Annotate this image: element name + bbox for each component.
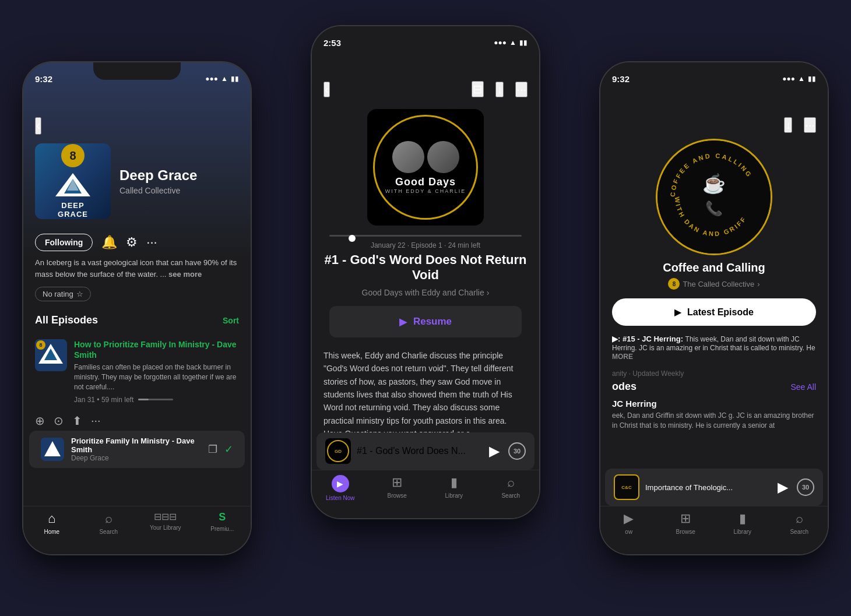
see-more-link[interactable]: see more <box>168 270 202 279</box>
nav-search-right[interactable]: ⌕ Search <box>771 511 828 535</box>
nav-library-left[interactable]: ⊟⊟⊟ Your Library <box>137 511 194 531</box>
listen-now-label: Listen Now <box>326 495 354 501</box>
podcast-title-left: Deep Grace <box>119 167 239 184</box>
left-header: ‹ <box>23 88 251 135</box>
podcast-title-right: Coffee and Calling <box>600 261 828 274</box>
sort-button[interactable]: Sort <box>223 316 239 325</box>
right-mini-play[interactable]: ▶ <box>778 479 788 495</box>
face-right <box>427 141 459 173</box>
podcast-artwork-left: 8 DEEPGRACE <box>35 143 111 219</box>
mini-forward-button[interactable]: 30 <box>508 442 526 460</box>
mini-ep-sub: Deep Grace <box>71 454 201 462</box>
latest-episode-button[interactable]: ▶ Latest Episode <box>612 298 816 326</box>
time-center: 2:53 <box>323 38 341 48</box>
svg-text:☕: ☕ <box>702 173 726 195</box>
more-button-left[interactable]: ··· <box>146 235 157 250</box>
listen-now-icon: ▶ <box>332 475 349 492</box>
right-mini-forward[interactable]: 30 <box>797 478 814 496</box>
mini-player-center[interactable]: GD #1 - God's Word Does N... ▶ 30 <box>317 432 534 470</box>
svg-text:📞: 📞 <box>705 200 723 217</box>
description-text: An Iceberg is a vast geological icon tha… <box>35 258 237 279</box>
right-screen: 9:32 ●●● ▲ ▮▮ ↓ ··· COFFEE <box>600 62 828 554</box>
chevron-right-icon: › <box>487 288 490 297</box>
nav-premium[interactable]: S Premiu... <box>194 511 251 532</box>
more-text[interactable]: MORE <box>612 353 633 361</box>
more-button-right[interactable]: ··· <box>804 117 816 133</box>
gear-button[interactable]: ⚙ <box>126 235 138 250</box>
mini-thumb-svg <box>41 438 64 461</box>
phone-right: 9:32 ●●● ▲ ▮▮ ↓ ··· COFFEE <box>600 62 828 554</box>
mini-art-inner: GD <box>327 440 349 462</box>
nav-listen-right[interactable]: ▶ ow <box>600 511 657 535</box>
search-icon-right: ⌕ <box>796 511 803 526</box>
mini-controls-center: ▶ 30 <box>489 442 526 460</box>
episode-description-center: This week, Eddy and Charlie discuss the … <box>312 349 539 441</box>
mini-player-right[interactable]: C&C Importance of Theologic... ▶ 30 <box>605 469 823 506</box>
add-button[interactable]: ⊕ <box>35 414 45 428</box>
library-icon-left: ⊟⊟⊟ <box>154 511 177 522</box>
action-row: Following 🔔 ⚙ ··· <box>23 228 251 257</box>
more-ep-button[interactable]: ··· <box>91 414 101 428</box>
episodes-section: odes See All JC Herring eek, Dan and Gri… <box>600 381 828 431</box>
progress-track[interactable] <box>329 235 522 237</box>
podcast-artwork-center: Good Days WITH EDDY & CHARLIE <box>367 109 484 226</box>
time-left: 9:32 <box>35 74 52 84</box>
following-button[interactable]: Following <box>35 234 93 251</box>
rating-row: No rating ☆ <box>23 280 251 308</box>
more-button-center[interactable]: ··· <box>515 82 528 97</box>
episode-big-title: #1 - God's Word Does Not Return Void <box>312 252 539 283</box>
episode-info: How to Prioritize Family In Ministry - D… <box>74 339 239 404</box>
resume-label: Resume <box>413 316 452 328</box>
nav-library-center[interactable]: ▮ Library <box>426 475 483 499</box>
mini-copy-icon: ❐ <box>208 443 217 456</box>
rating-pill[interactable]: No rating ☆ <box>35 287 91 301</box>
notch-left <box>93 62 181 80</box>
nav-browse-right[interactable]: ⊞ Browse <box>657 511 715 535</box>
description-left: An Iceberg is a vast geological icon tha… <box>23 257 251 280</box>
podcast-name-link[interactable]: Good Days with Eddy and Charlie › <box>312 288 539 297</box>
wifi-center: ▲ <box>509 38 516 47</box>
browse-label-right: Browse <box>676 529 695 535</box>
episode-date: Jan 31 • 59 min left <box>74 396 133 404</box>
mini-play-button[interactable]: ▶ <box>489 443 500 459</box>
promo-num-text: ▶: #15 - JC Herring: <box>612 335 683 343</box>
nav-home[interactable]: ⌂ Home <box>23 511 80 535</box>
latest-play-icon: ▶ <box>674 307 681 318</box>
back-button-left[interactable]: ‹ <box>35 117 41 135</box>
episode-item[interactable]: 8 How to Prioritize Family In Ministry -… <box>23 332 251 411</box>
author-text-right: The Called Collective <box>683 280 754 288</box>
download-button-right[interactable]: ↓ <box>784 117 792 133</box>
episode-promo: ▶: #15 - JC Herring: This week, Dan and … <box>600 335 828 367</box>
nav-browse-center[interactable]: ⊞ Browse <box>369 475 426 499</box>
nav-search-center[interactable]: ⌕ Search <box>483 475 540 499</box>
mini-episode-item[interactable]: Prioritize Family In Ministry - Dave Smi… <box>29 431 245 468</box>
listen-icon-right: ▶ <box>624 511 634 526</box>
right-ep-title-1: JC Herring <box>612 399 816 409</box>
mini-ep-title: Prioritize Family In Ministry - Dave Smi… <box>71 437 201 454</box>
episodes-title: odes <box>612 381 637 393</box>
wifi-right: ▲ <box>798 75 805 83</box>
episode-date-info: January 22 · Episode 1 · 24 min left <box>312 241 539 249</box>
right-episode-item-1[interactable]: JC Herring eek, Dan and Griffin sit down… <box>612 399 816 431</box>
ep-promo-number: ▶: #15 - JC Herring: This week, Dan and … <box>612 335 816 361</box>
nav-search-left[interactable]: ⌕ Search <box>80 511 138 535</box>
mini-ep-thumb <box>41 438 64 461</box>
center-header: ‹ ⊟ ↓ ··· <box>312 52 539 97</box>
episode-title: How to Prioritize Family In Ministry - D… <box>74 339 239 360</box>
nav-library-right[interactable]: ▮ Library <box>714 511 771 535</box>
share-button[interactable]: ⬆ <box>72 414 82 428</box>
download-button[interactable]: ⊙ <box>54 414 64 428</box>
nav-listen-now[interactable]: ▶ Listen Now <box>312 475 369 501</box>
download-button-center[interactable]: ↓ <box>495 82 504 97</box>
coffee-calling-svg: COFFEE AND CALLING WITH DAN AND GRIFF ☕ … <box>657 140 771 254</box>
gd-sub: WITH EDDY & CHARLIE <box>385 188 466 194</box>
back-button-center[interactable]: ‹ <box>323 82 330 97</box>
good-days-circle: Good Days WITH EDDY & CHARLIE <box>373 115 478 220</box>
see-all-link[interactable]: See All <box>790 382 816 392</box>
right-header: ↓ ··· <box>600 88 828 133</box>
status-icons-right: ●●● ▲ ▮▮ <box>782 75 816 83</box>
resume-button[interactable]: ▶ Resume <box>329 306 522 337</box>
bell-button[interactable]: 🔔 <box>101 235 117 250</box>
battery-icon: ▮▮ <box>231 75 239 83</box>
bookmark-button[interactable]: ⊟ <box>472 81 484 97</box>
